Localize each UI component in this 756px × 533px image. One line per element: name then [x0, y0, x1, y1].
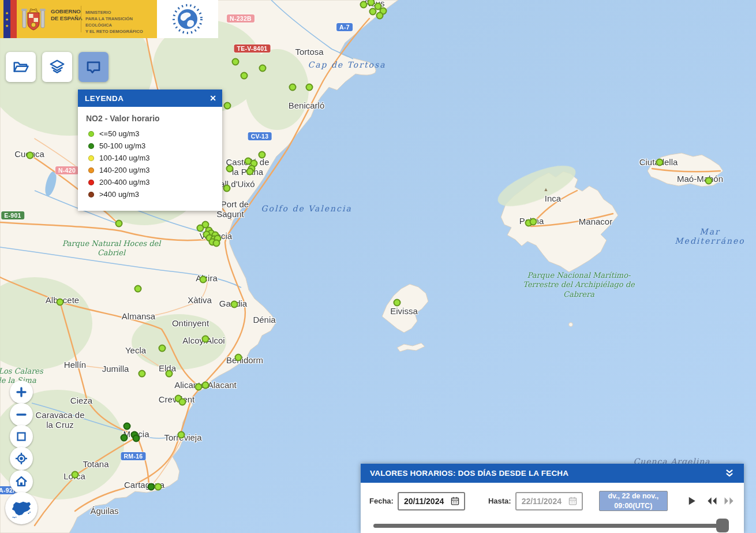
- legend-swatch: [88, 155, 94, 161]
- station-marker-low[interactable]: [134, 285, 142, 293]
- double-chevron-down-icon: [724, 468, 735, 479]
- plus-icon: [14, 385, 28, 399]
- extent-select-button[interactable]: [10, 425, 33, 448]
- station-marker-low[interactable]: [231, 301, 238, 308]
- station-marker-high[interactable]: [133, 435, 140, 442]
- fast-forward-icon: [723, 495, 735, 506]
- station-marker-low[interactable]: [197, 225, 204, 232]
- hasta-input[interactable]: [521, 496, 568, 506]
- station-marker-low[interactable]: [360, 1, 368, 9]
- globe-icon: [171, 3, 204, 35]
- station-marker-low[interactable]: [226, 165, 234, 173]
- station-marker-low[interactable]: [166, 370, 173, 378]
- fecha-label: Fecha:: [369, 497, 394, 505]
- flag-red-strip: [10, 0, 17, 38]
- station-marker-low[interactable]: [289, 84, 297, 91]
- logo-divider: [81, 6, 81, 32]
- spain-extent-button[interactable]: [5, 492, 38, 524]
- station-marker-low[interactable]: [369, 8, 377, 16]
- legend-item-label: 140-200 ug/m3: [99, 166, 149, 174]
- station-marker-low[interactable]: [224, 102, 231, 110]
- ministerio-label: MINISTERIO PARA LA TRANSICIÓN ECOLÓGICA …: [85, 9, 157, 35]
- legend-swatch: [88, 192, 94, 197]
- play-button[interactable]: [686, 495, 697, 506]
- time-slider: [373, 518, 724, 533]
- legend-swatch: [88, 131, 94, 137]
- current-datetime-display[interactable]: dv., 22 de nov., 09:00(UTC): [599, 491, 668, 511]
- legend-item-label: 50-100 ug/m3: [99, 141, 145, 150]
- home-icon: [14, 475, 28, 489]
- station-marker-low[interactable]: [159, 345, 166, 352]
- calendar-icon[interactable]: [450, 496, 460, 506]
- station-marker-low[interactable]: [376, 12, 384, 20]
- legend-item-label: 200-400 ug/m3: [99, 178, 149, 187]
- legend-toggle-button[interactable]: [78, 52, 108, 82]
- calendar-icon[interactable]: [568, 496, 578, 506]
- fecha-input[interactable]: [403, 496, 450, 506]
- legend-item: 50-100 ug/m3: [86, 140, 214, 152]
- station-marker-low[interactable]: [530, 218, 537, 226]
- layers-button[interactable]: [42, 52, 72, 82]
- zoom-in-button[interactable]: [10, 381, 33, 404]
- folder-open-icon: [12, 58, 29, 76]
- hasta-label: Hasta:: [488, 497, 511, 505]
- station-marker-low[interactable]: [246, 168, 254, 176]
- station-marker-low[interactable]: [57, 299, 64, 306]
- comment-icon: [85, 58, 102, 76]
- legend-item-label: 100-140 ug/m3: [99, 154, 149, 162]
- legend-body: NO2 - Valor horario <=50 ug/m350-100 ug/…: [78, 107, 222, 211]
- time-panel-header: VALORES HORARIOS: DOS DÍAS DESDE LA FECH…: [361, 464, 744, 483]
- square-icon: [15, 430, 28, 443]
- station-marker-low[interactable]: [213, 240, 220, 247]
- station-marker-low[interactable]: [241, 72, 248, 80]
- geolocate-button[interactable]: [10, 447, 33, 470]
- legend-item: 100-140 ug/m3: [86, 152, 214, 164]
- station-marker-low[interactable]: [259, 65, 267, 72]
- legend-title: LEYENDA: [85, 94, 123, 103]
- legend-items: <=50 ug/m350-100 ug/m3100-140 ug/m3140-2…: [86, 128, 214, 200]
- station-marker-low[interactable]: [155, 483, 162, 491]
- home-extent-button[interactable]: [10, 470, 33, 493]
- collapse-panel-button[interactable]: [724, 468, 735, 479]
- station-marker-low[interactable]: [202, 336, 209, 343]
- air-quality-map-app: ReusTortosaCap de TortosaBenicarlóCastel…: [0, 0, 756, 533]
- government-logo: ★★★ GOBIERNO DE ESPAÑA MINISTERIO PARA L…: [0, 0, 157, 38]
- close-icon[interactable]: ✕: [209, 94, 216, 102]
- time-slider-handle[interactable]: [716, 519, 729, 532]
- agency-logo: [157, 0, 218, 38]
- station-marker-low[interactable]: [223, 185, 231, 192]
- station-marker-low[interactable]: [178, 431, 185, 439]
- station-marker-low[interactable]: [139, 370, 146, 378]
- station-marker-low[interactable]: [705, 177, 713, 185]
- station-marker-high[interactable]: [121, 434, 128, 442]
- station-marker-low[interactable]: [200, 276, 207, 284]
- station-marker-low[interactable]: [27, 152, 34, 159]
- gobierno-label: GOBIERNO DE ESPAÑA: [51, 8, 83, 23]
- map-canvas[interactable]: [0, 0, 756, 533]
- zoom-out-button[interactable]: [10, 403, 33, 426]
- step-forward-button[interactable]: [723, 495, 735, 506]
- station-marker-high[interactable]: [123, 423, 131, 430]
- station-marker-low[interactable]: [202, 382, 209, 389]
- legend-item: <=50 ug/m3: [86, 128, 214, 140]
- legend-swatch: [88, 143, 94, 149]
- station-marker-low[interactable]: [179, 398, 186, 406]
- island-cabrera: [569, 323, 573, 327]
- crosshair-icon: [14, 452, 28, 465]
- station-marker-low[interactable]: [115, 220, 123, 228]
- minus-icon: [14, 408, 28, 422]
- time-slider-track[interactable]: [373, 524, 724, 528]
- legend-item-label: <=50 ug/m3: [99, 129, 139, 138]
- station-marker-low[interactable]: [656, 159, 664, 166]
- time-values-panel: VALORES HORARIOS: DOS DÍAS DESDE LA FECH…: [361, 464, 744, 533]
- step-back-button[interactable]: [706, 495, 718, 506]
- station-marker-low[interactable]: [394, 299, 401, 307]
- time-panel-title: VALORES HORARIOS: DOS DÍAS DESDE LA FECH…: [370, 469, 568, 478]
- spain-silhouette-icon: [10, 497, 33, 520]
- station-marker-low[interactable]: [235, 354, 242, 361]
- station-marker-low[interactable]: [72, 471, 79, 479]
- station-marker-low[interactable]: [306, 84, 313, 91]
- open-file-button[interactable]: [6, 52, 36, 82]
- station-marker-low[interactable]: [259, 151, 266, 159]
- station-marker-low[interactable]: [232, 58, 239, 66]
